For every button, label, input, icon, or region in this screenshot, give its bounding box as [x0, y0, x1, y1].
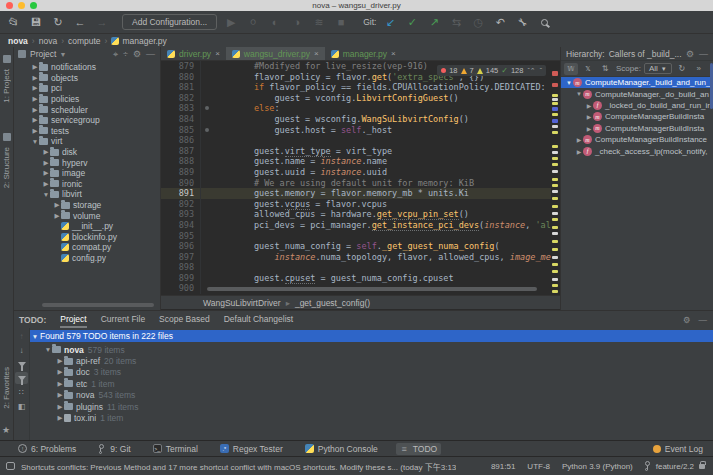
tool-stripe-structure[interactable]: 2: Structure: [2, 147, 11, 188]
todo-tab[interactable]: Project: [60, 312, 86, 328]
chevron-icon[interactable]: ▶: [53, 212, 61, 220]
previous-todo-icon[interactable]: ↑: [15, 330, 28, 342]
chevron-icon[interactable]: ▶: [42, 159, 50, 167]
stripe-mark[interactable]: [552, 119, 558, 123]
breadcrumb-item[interactable]: nova: [39, 36, 57, 46]
editor-tab[interactable]: driver.py×: [161, 47, 226, 60]
chevron-icon[interactable]: ▶: [56, 403, 64, 411]
error-stripe[interactable]: [551, 61, 560, 295]
next-todo-icon[interactable]: ↓: [15, 344, 28, 356]
tree-item[interactable]: ▶ironic: [14, 179, 160, 190]
search-everywhere-icon[interactable]: [536, 14, 552, 30]
window-dock-icon[interactable]: [6, 462, 15, 470]
breadcrumb-method[interactable]: _get_guest_config(): [295, 298, 370, 308]
chevron-icon[interactable]: ▶: [585, 102, 593, 109]
chevron-down-icon[interactable]: ▼: [59, 51, 66, 58]
profile-icon[interactable]: ◑: [289, 14, 305, 30]
stripe-mark[interactable]: [552, 157, 558, 160]
code-line[interactable]: 897 instance.numa_topology, flavor, allo…: [161, 252, 560, 263]
gear-icon[interactable]: ⚙: [686, 49, 694, 59]
structure-tool-icon[interactable]: [3, 133, 11, 141]
tree-item[interactable]: ▶hyperv: [14, 157, 160, 168]
hide-panel-icon[interactable]: —: [146, 49, 155, 59]
chevron-icon[interactable]: ▶: [31, 63, 39, 71]
code-line[interactable]: 895: [161, 231, 560, 242]
todo-tree-item[interactable]: ▶api-ref20 items: [30, 355, 713, 366]
project-hscrollbar[interactable]: [42, 303, 154, 307]
tree-item[interactable]: ▶tests: [14, 126, 160, 137]
next-issue-icon[interactable]: ˇ: [540, 67, 542, 74]
code-line[interactable]: 885 guest.host = self._host: [161, 125, 560, 136]
stripe-mark[interactable]: [552, 212, 558, 215]
chevron-icon[interactable]: ▼: [565, 80, 573, 86]
favorites-star-icon[interactable]: ★: [2, 425, 10, 435]
gear-icon[interactable]: ⚙: [133, 49, 141, 59]
stripe-mark[interactable]: [552, 248, 558, 251]
caret-position[interactable]: 891:51: [491, 462, 515, 471]
chevron-icon[interactable]: ▶: [56, 357, 64, 365]
add-configuration-button[interactable]: Add Configuration...: [122, 14, 217, 30]
code-line[interactable]: 888 guest.name = instance.name: [161, 156, 560, 167]
stripe-mark[interactable]: [552, 263, 558, 266]
git-diff-icon[interactable]: ⇆: [448, 14, 464, 30]
tool-window-button-terminal[interactable]: >_Terminal: [149, 443, 202, 455]
stripe-mark[interactable]: [552, 270, 558, 273]
tree-item[interactable]: ▶servicegroup: [14, 115, 160, 126]
code-line[interactable]: 893 allowed_cpus = hardware.get_vcpu_pin…: [161, 209, 560, 220]
code-line[interactable]: 882 guest = vconfig.LibvirtConfigGuest(): [161, 93, 560, 104]
tree-item[interactable]: ▶storage: [14, 200, 160, 211]
stripe-mark[interactable]: [552, 98, 558, 101]
tool-window-button-todo[interactable]: ≡TODO: [396, 443, 441, 455]
undo-icon[interactable]: ↶: [492, 14, 508, 30]
sync-icon[interactable]: ↻: [50, 14, 66, 30]
breadcrumb-item[interactable]: nova: [8, 36, 28, 46]
hierarchy-item[interactable]: ▶f_check_access_ip(mock_notify,: [561, 145, 713, 156]
stripe-mark[interactable]: [552, 190, 558, 193]
code-line[interactable]: 896 guest_numa_config = self._get_guest_…: [161, 241, 560, 252]
callee-methods-icon[interactable]: 𝕩: [581, 63, 595, 75]
inspections-widget[interactable]: 18 7 145 ✓ 128 ˇ︎⌃ ˇ: [437, 65, 546, 76]
stripe-mark[interactable]: [552, 184, 558, 187]
locate-file-icon[interactable]: ⌖: [113, 49, 118, 60]
stripe-mark[interactable]: [552, 226, 558, 229]
tool-window-button-problems[interactable]: !6: Problems: [14, 443, 80, 455]
stripe-mark[interactable]: [552, 256, 558, 259]
chevron-icon[interactable]: ▶: [56, 380, 64, 388]
stripe-mark[interactable]: [552, 178, 558, 181]
stripe-mark[interactable]: [552, 131, 558, 134]
caller-methods-icon[interactable]: 𝕨: [564, 63, 578, 75]
todo-tab[interactable]: Scope Based: [159, 312, 210, 328]
chevron-icon[interactable]: ▶: [56, 391, 64, 399]
run-coverage-icon[interactable]: ◐: [267, 14, 283, 30]
todo-summary-row[interactable]: ▼ Found 579 TODO items in 222 files: [30, 330, 713, 342]
stripe-mark[interactable]: [552, 290, 558, 293]
gear-icon[interactable]: ⚙: [683, 315, 691, 325]
git-commit-icon[interactable]: ✓: [404, 14, 420, 30]
open-folder-icon[interactable]: 📂︎: [6, 14, 22, 30]
code-line[interactable]: 894 pci_devs = pci_manager.get_instance_…: [161, 220, 560, 231]
preview-source-icon[interactable]: ◧: [15, 400, 28, 412]
chevron-icon[interactable]: ▶: [42, 169, 50, 177]
stripe-mark[interactable]: [552, 205, 558, 208]
stripe-mark[interactable]: [552, 218, 558, 221]
interpreter[interactable]: Python 3.9 (Python): [562, 462, 633, 471]
run-icon[interactable]: ▶: [223, 14, 239, 30]
editor-tab[interactable]: manager.py×: [325, 47, 402, 60]
tree-item[interactable]: blockinfo.py: [14, 232, 160, 243]
stripe-mark[interactable]: [552, 83, 558, 87]
todo-tree-item[interactable]: ▶etc1 item: [30, 378, 713, 389]
code-line[interactable]: 891 guest.memory = flavor.memory_mb * un…: [161, 188, 560, 199]
scope-select[interactable]: All ▼: [644, 63, 672, 74]
close-tab-icon[interactable]: ×: [314, 49, 319, 58]
stripe-mark[interactable]: [552, 125, 558, 128]
tool-window-button-regex[interactable]: .*Regex Tester: [216, 443, 287, 455]
stripe-mark[interactable]: [552, 151, 558, 154]
prev-issue-icon[interactable]: ˇ︎⌃: [527, 67, 535, 75]
breadcrumb-item[interactable]: manager.py: [122, 36, 166, 46]
chevron-icon[interactable]: ▼: [31, 138, 39, 145]
tree-item[interactable]: ▶volume: [14, 210, 160, 221]
code-line[interactable]: 889 guest.uuid = instance.uuid: [161, 167, 560, 178]
save-all-icon[interactable]: 💾︎: [28, 14, 44, 30]
chevron-icon[interactable]: ▶: [575, 136, 583, 143]
project-tool-icon[interactable]: [3, 55, 11, 63]
